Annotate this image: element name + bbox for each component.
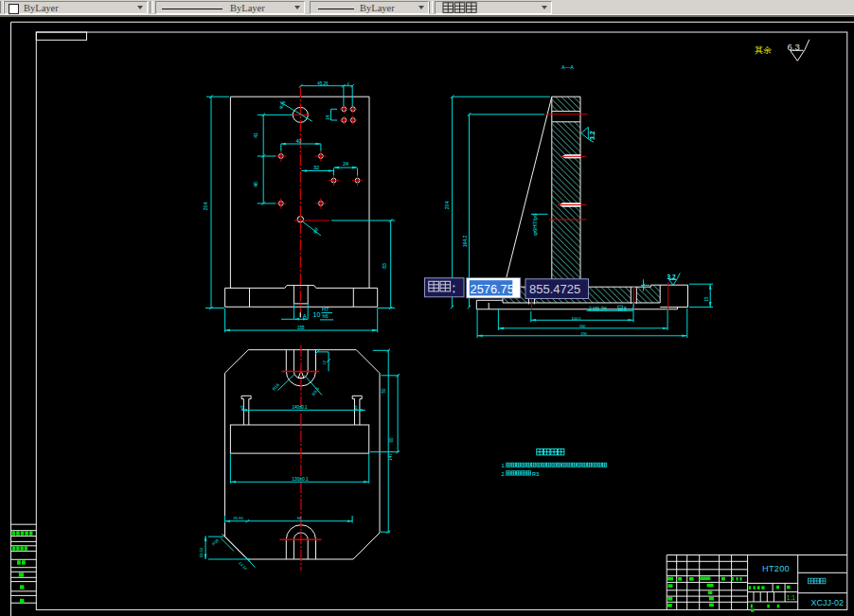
- svg-text:3.2: 3.2: [589, 131, 596, 140]
- svg-text:14.14: 14.14: [238, 560, 248, 571]
- svg-text:8: 8: [624, 307, 627, 311]
- svg-text:40: 40: [295, 138, 301, 144]
- svg-text:147: 147: [388, 453, 393, 461]
- svg-text:A: A: [303, 313, 307, 319]
- svg-text:XCJJ-02: XCJJ-02: [811, 598, 845, 607]
- svg-text:25.55: 25.55: [233, 516, 243, 520]
- svg-text:24: 24: [343, 161, 348, 167]
- svg-text:164.2: 164.2: [462, 236, 468, 248]
- svg-text:204: 204: [444, 202, 450, 210]
- svg-text:204: 204: [203, 202, 208, 211]
- svg-text:h6: h6: [323, 313, 329, 319]
- svg-text:53.52: 53.52: [199, 547, 204, 557]
- svg-text:1:1: 1:1: [787, 594, 795, 601]
- svg-text:φ9: φ9: [354, 406, 358, 411]
- svg-text:155: 155: [297, 326, 305, 330]
- svg-text:3.2: 3.2: [667, 273, 676, 280]
- svg-text:12: 12: [322, 361, 327, 365]
- svg-text:15: 15: [704, 296, 709, 302]
- svg-text:50: 50: [382, 388, 386, 394]
- svg-text:190: 190: [580, 331, 587, 336]
- svg-text:14: 14: [326, 115, 330, 121]
- svg-text:φ26: φ26: [277, 99, 287, 110]
- svg-text:HT200: HT200: [762, 564, 790, 573]
- svg-text:45.26: 45.26: [317, 81, 329, 86]
- svg-text:10: 10: [313, 311, 321, 318]
- svg-text:R10: R10: [211, 537, 220, 546]
- svg-text:100.5: 100.5: [571, 316, 581, 321]
- svg-text:2576.75: 2576.75: [471, 282, 514, 296]
- svg-text:R3.: R3.: [532, 471, 541, 477]
- svg-text:855.4725: 855.4725: [529, 282, 580, 296]
- svg-text:H7: H7: [322, 307, 329, 312]
- svg-text:2-M6-7H: 2-M6-7H: [589, 307, 607, 311]
- svg-text:其余: 其余: [755, 45, 772, 55]
- svg-text:83: 83: [382, 263, 387, 269]
- svg-text:6.3: 6.3: [788, 42, 800, 52]
- svg-text:A—A: A—A: [561, 64, 574, 70]
- svg-text:32: 32: [313, 165, 319, 170]
- svg-text:R16: R16: [272, 382, 281, 392]
- svg-text:46: 46: [253, 182, 258, 187]
- svg-text:1.: 1.: [502, 463, 507, 468]
- svg-text:φ9: φ9: [240, 406, 244, 411]
- svg-text:41: 41: [253, 132, 258, 138]
- svg-text:4: 4: [347, 81, 349, 86]
- svg-text:130±0.1: 130±0.1: [292, 477, 309, 482]
- svg-text:2.: 2.: [502, 471, 507, 477]
- svg-text:φ6H7/p6: φ6H7/p6: [531, 213, 538, 236]
- svg-text:160: 160: [579, 324, 586, 328]
- svg-text:50: 50: [297, 516, 302, 520]
- svg-text:140±0.1: 140±0.1: [292, 405, 308, 410]
- svg-text:60: 60: [389, 437, 394, 443]
